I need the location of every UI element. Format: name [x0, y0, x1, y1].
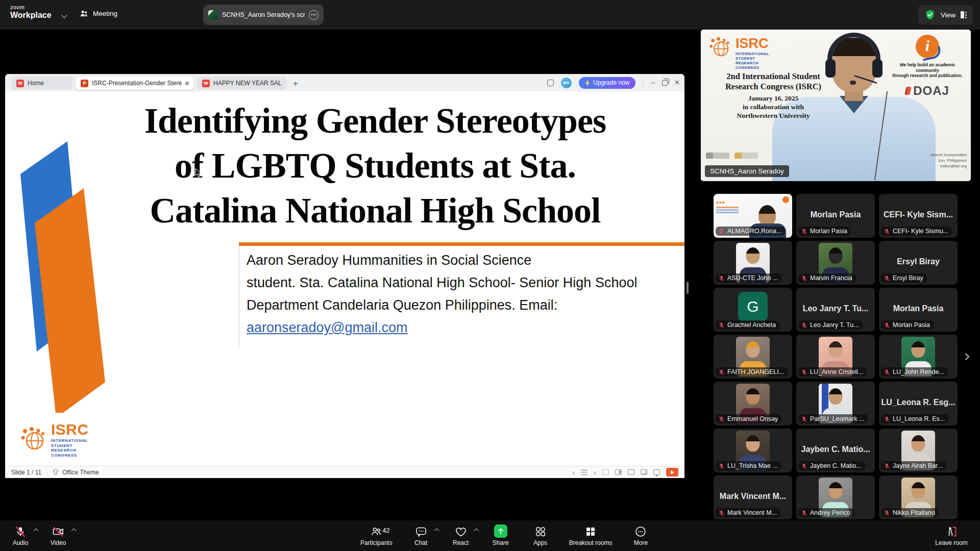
security-shield-icon[interactable] [924, 9, 936, 20]
participant-tile[interactable]: CEFI- Kyle Sism...CEFI- Kyle Sismu... [879, 194, 958, 238]
mic-muted-icon [884, 369, 890, 375]
mic-muted-icon [884, 510, 890, 516]
more-options-icon[interactable]: ••• [309, 10, 318, 20]
participant-tile[interactable]: ASU-CTE John ... [714, 241, 792, 285]
slide-list-icon[interactable] [581, 470, 587, 475]
new-tab-button[interactable]: + [290, 78, 301, 89]
institute-icon: i [916, 35, 939, 58]
video-button[interactable]: Video [47, 525, 69, 546]
leave-room-button[interactable]: Leave room [931, 525, 972, 546]
wps-logo-icon: W [16, 80, 24, 87]
isrc-logo: ISRC INTERNATIONALSTUDENTRESEARCHCONGRES… [20, 422, 89, 458]
participant-tile[interactable]: GGrachiel Ancheta [714, 288, 792, 332]
participant-tile[interactable]: Emmanuel Onsay [714, 382, 792, 425]
participant-name-tag: Mark Vincent M... [716, 508, 780, 517]
apps-button[interactable]: Apps [529, 525, 552, 546]
share-button[interactable]: Share [489, 525, 512, 546]
mic-muted-icon [884, 228, 890, 235]
participant-name-tag: ALMAGRO,Rona... [716, 227, 785, 236]
view-label[interactable]: View [941, 11, 955, 19]
tab-home[interactable]: W Home [11, 77, 72, 90]
participant-tile[interactable]: Morlan PasiaMorlan Pasia [796, 194, 875, 238]
monitor-icon[interactable] [653, 469, 660, 475]
presentation-file-icon: P [81, 80, 88, 87]
participant-tile[interactable]: LU_John Rende... [879, 335, 958, 379]
participant-tile[interactable]: ParSU_Leomark ... [796, 382, 875, 425]
slide-title: Identifying Gender Stereotypes of LGBTQ … [71, 98, 679, 233]
meeting-toolbar: AudioVideo Participants42ChatReactShareA… [0, 520, 980, 551]
chevron-down-icon[interactable] [61, 12, 67, 18]
play-slideshow-button[interactable] [666, 468, 678, 477]
slide-subtitle-block: Aaron Seradoy Hummanities in Social Scie… [239, 242, 684, 346]
account-avatar[interactable]: MV [561, 78, 572, 88]
tab-sale[interactable]: W HAPPY NEW YEAR SALE [197, 77, 287, 90]
participant-tile[interactable]: Jayben C. Matio...Jayben C. Matio... [796, 429, 875, 472]
react-icon [455, 525, 467, 538]
panel-icon[interactable] [615, 469, 622, 475]
mic-muted-icon [718, 510, 725, 516]
chevron-up-icon[interactable] [34, 529, 39, 534]
participant-tile[interactable]: LU_Leona R. Esg...LU_Leona R. Es... [879, 382, 958, 425]
participant-tile[interactable]: Mark Vincent M...Mark Vincent M... [714, 475, 792, 519]
upgrade-button[interactable]: Upgrade now [579, 77, 635, 89]
participant-name-tag: LU_Anne Cristell... [798, 367, 867, 377]
participant-tile[interactable]: Morlan PasiaMorlan Pasia [879, 288, 958, 332]
orange-divider [239, 242, 684, 246]
breakout-icon [584, 525, 597, 538]
mic-muted-icon [884, 416, 890, 422]
lightning-icon [585, 80, 591, 86]
participant-tile[interactable]: Andrey Perico [796, 475, 875, 519]
screen-thumbnail [208, 10, 218, 20]
participant-tile[interactable]: Leo Janry T. Tu...Leo Janry T. Tu... [796, 288, 875, 332]
next-slide-icon[interactable]: › [594, 468, 596, 476]
normal-view-icon[interactable] [628, 469, 634, 475]
isrc-globe-icon [20, 427, 47, 453]
audio-button[interactable]: Audio [9, 525, 32, 546]
theme-label[interactable]: Office Theme [62, 469, 99, 476]
minimize-button[interactable]: − [650, 79, 654, 86]
speaker-name-tag: SCNHS_Aaron Seradoy [705, 165, 789, 177]
speaker-video[interactable]: ISRC INTERNATIONALSTUDENTRESEARCHCONGRES… [701, 30, 971, 181]
grid-view-icon[interactable] [641, 469, 647, 475]
chevron-up-icon[interactable] [71, 529, 77, 534]
tab-presentation[interactable]: P ISRC-Presentation-Gender Stereoty [76, 77, 194, 90]
tab-meeting[interactable]: Meeting [79, 9, 117, 18]
chevron-up-icon[interactable] [474, 529, 479, 534]
participant-name-tag: Grachiel Ancheta [716, 320, 779, 330]
more-button[interactable]: More [629, 525, 652, 546]
participant-display-name: Morlan Pasia [796, 210, 875, 219]
institute-logo-block: i We help build an academic communitythr… [889, 35, 966, 98]
participant-display-name: LU_Leona R. Esg... [879, 398, 958, 407]
restore-button[interactable] [662, 80, 668, 86]
breakout-rooms-button[interactable]: Breakout rooms [569, 525, 612, 546]
shared-screen-tab[interactable]: SCNHS_Aaron Seradoy's screen ••• [203, 5, 324, 25]
view-controls[interactable]: View [918, 5, 973, 24]
participant-tile[interactable]: Marvin Francia [796, 241, 875, 285]
mic-muted-icon [718, 416, 725, 422]
react-button[interactable]: React [450, 525, 472, 546]
next-page-chevron-icon[interactable]: › [964, 347, 971, 364]
selection-icon[interactable] [602, 469, 609, 475]
chevron-up-icon[interactable] [434, 529, 439, 534]
previous-slide-icon[interactable]: ‹ [572, 468, 575, 476]
participant-tile[interactable]: Jayne Airah Bar... [879, 429, 958, 472]
scrollbar[interactable] [687, 282, 689, 294]
participant-tile[interactable]: ALMAGRO,Rona... [714, 194, 792, 238]
chat-button[interactable]: Chat [410, 525, 432, 546]
isrc-logo: ISRC INTERNATIONALSTUDENTRESEARCHCONGRES… [709, 37, 769, 70]
participant-tile[interactable]: LU_Trisha Mae ... [714, 429, 792, 472]
presentation-slide: Identifying Gender Stereotypes of LGBTQ … [5, 91, 684, 466]
participant-name-tag: CEFI- Kyle Sismu... [881, 227, 952, 236]
participant-tile[interactable]: Nikko Pitallano [879, 475, 958, 519]
tab-list-icon[interactable] [547, 80, 554, 86]
school-line: student. Sta. Catalina National High Sch… [247, 271, 684, 294]
email-link[interactable]: aaronseradoy@gmail.com [247, 320, 408, 335]
participant-name-tag: Morlan Pasia [881, 320, 934, 330]
participant-tile[interactable]: FAITH JOANGELI... [714, 335, 792, 379]
window-controls: MV Upgrade now − × [547, 74, 679, 91]
participant-tile[interactable]: Ersyl BirayErsyl Biray [879, 241, 958, 285]
participant-tile[interactable]: LU_Anne Cristell... [796, 335, 875, 379]
chat-icon [415, 525, 427, 538]
close-button[interactable]: × [675, 79, 679, 87]
participants-button[interactable]: Participants42 [360, 525, 393, 546]
